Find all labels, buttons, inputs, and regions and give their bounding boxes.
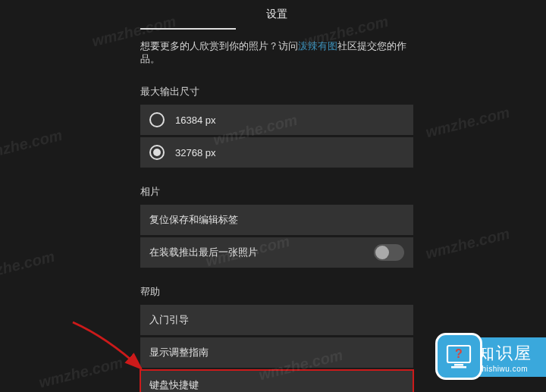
push-last-toggle[interactable] <box>374 244 404 261</box>
item-label: 在装载推出最后一张照片 <box>149 246 258 259</box>
radio-icon <box>149 112 165 127</box>
prompt-link[interactable]: 泼辣有图 <box>298 41 337 52</box>
prompt-before: 想要更多的人欣赏到你的照片？访问 <box>140 41 298 52</box>
photo-section-label: 相片 <box>140 186 413 199</box>
svg-rect-1 <box>454 364 463 366</box>
max-output-label: 最大输出尺寸 <box>140 86 413 99</box>
brand-sub: zhishiwu.com <box>478 365 532 373</box>
help-show-adjust-guide[interactable]: 显示调整指南 <box>140 337 413 368</box>
item-label: 键盘快捷键 <box>149 378 199 392</box>
brand-name: 知识屋 <box>478 342 532 365</box>
title-underline <box>140 28 236 30</box>
help-intro-guide[interactable]: 入门引导 <box>140 305 413 335</box>
radio-icon <box>149 145 165 160</box>
item-label: 复位保存和编辑标签 <box>149 213 238 227</box>
radio-label: 32768 px <box>175 147 216 158</box>
push-last-photo-row[interactable]: 在装载推出最后一张照片 <box>140 237 413 268</box>
radio-option-16384[interactable]: 16384 px <box>140 105 413 135</box>
help-keyboard-shortcuts[interactable]: 键盘快捷键 <box>140 370 413 392</box>
brand-badge: ? 知识屋 zhishiwu.com <box>441 337 546 377</box>
help-section-label: 帮助 <box>140 286 413 299</box>
item-label: 入门引导 <box>149 313 189 327</box>
radio-option-32768[interactable]: 32768 px <box>140 137 413 168</box>
brand-monitor-icon: ? <box>435 333 482 380</box>
item-label: 显示调整指南 <box>149 346 209 359</box>
page-title: 设置 <box>140 0 413 26</box>
prompt-text: 想要更多的人欣赏到你的照片？访问泼辣有图社区提交您的作品。 <box>140 40 413 66</box>
reset-save-edit-tags[interactable]: 复位保存和编辑标签 <box>140 205 413 235</box>
svg-rect-2 <box>451 366 466 368</box>
radio-label: 16384 px <box>175 114 216 126</box>
svg-text:?: ? <box>455 347 463 360</box>
